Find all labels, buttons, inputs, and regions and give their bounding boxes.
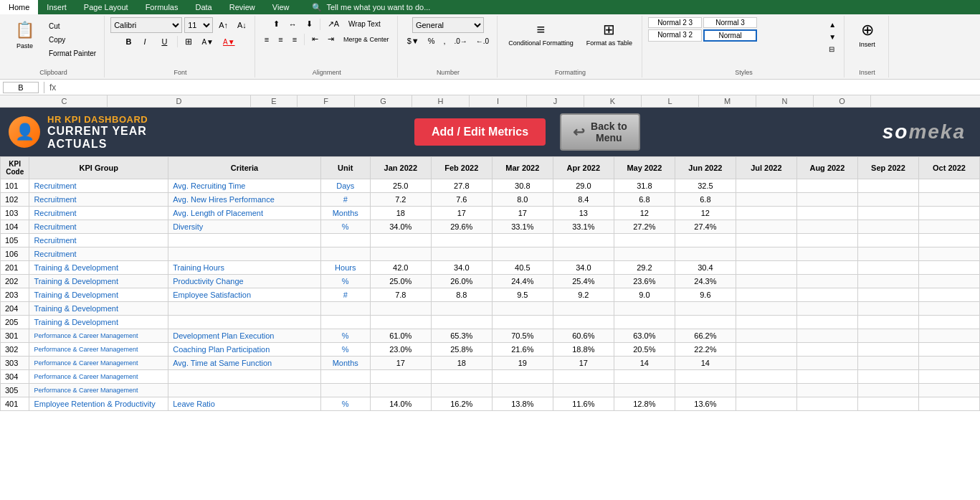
number-format-select[interactable]: General bbox=[412, 17, 484, 33]
formula-input[interactable] bbox=[59, 83, 977, 92]
cell-code[interactable]: 201 bbox=[1, 261, 29, 275]
align-left-button[interactable]: ≡ bbox=[261, 33, 272, 46]
cell-jul[interactable] bbox=[736, 329, 796, 343]
cell-oct[interactable] bbox=[918, 275, 979, 288]
border-button[interactable]: ⊞ bbox=[181, 34, 196, 49]
cell-oct[interactable] bbox=[918, 357, 979, 370]
cell-unit[interactable] bbox=[320, 316, 370, 329]
col-header-m[interactable]: M bbox=[699, 95, 756, 107]
cell-may[interactable]: 63.0% bbox=[614, 329, 675, 343]
copy-button[interactable]: Copy bbox=[45, 34, 100, 46]
cell-aug[interactable] bbox=[796, 357, 857, 370]
cell-apr[interactable] bbox=[553, 316, 614, 329]
cell-jun[interactable]: 6.8 bbox=[675, 193, 736, 207]
cell-sep[interactable] bbox=[857, 397, 918, 411]
cell-group[interactable]: Recruitment bbox=[29, 207, 168, 220]
col-header-o[interactable]: O bbox=[814, 95, 871, 107]
cell-jun[interactable] bbox=[675, 234, 736, 247]
cell-unit[interactable]: % bbox=[320, 397, 370, 411]
cell-aug[interactable] bbox=[796, 207, 857, 220]
cell-mar[interactable]: 13.8% bbox=[492, 397, 553, 411]
col-header-j[interactable]: J bbox=[527, 95, 584, 107]
decrease-indent-button[interactable]: ⇤ bbox=[308, 32, 322, 46]
cell-group[interactable]: Performance & Career Management bbox=[29, 357, 168, 370]
italic-button[interactable]: I bbox=[140, 35, 156, 48]
cell-aug[interactable] bbox=[796, 220, 857, 234]
cell-may[interactable] bbox=[614, 384, 675, 397]
increase-indent-button[interactable]: ⇥ bbox=[324, 32, 338, 46]
cell-jun[interactable] bbox=[675, 302, 736, 316]
col-header-l[interactable]: L bbox=[642, 95, 699, 107]
cell-apr[interactable]: 18.8% bbox=[553, 343, 614, 357]
table-row[interactable]: 202 Training & Development Productivity … bbox=[1, 275, 980, 288]
cell-mar[interactable]: 40.5 bbox=[492, 261, 553, 275]
cell-group[interactable]: Training & Development bbox=[29, 302, 168, 316]
cell-jul[interactable] bbox=[736, 193, 796, 207]
insert-button[interactable]: ⊕ Insert bbox=[853, 17, 882, 52]
cell-criteria[interactable]: Productivity Change bbox=[168, 275, 321, 288]
add-edit-metrics-button[interactable]: Add / Edit Metrics bbox=[414, 118, 546, 146]
cell-sep[interactable] bbox=[857, 275, 918, 288]
cell-jun[interactable]: 66.2% bbox=[675, 329, 736, 343]
cell-aug[interactable] bbox=[796, 288, 857, 302]
cell-criteria[interactable] bbox=[168, 302, 321, 316]
comma-button[interactable]: , bbox=[439, 34, 449, 47]
cell-jun[interactable] bbox=[675, 316, 736, 329]
align-middle-button[interactable]: ↔ bbox=[285, 18, 300, 31]
cell-oct[interactable] bbox=[918, 234, 979, 247]
cell-criteria[interactable] bbox=[168, 384, 321, 397]
cell-feb[interactable]: 17 bbox=[431, 207, 492, 220]
cell-criteria[interactable]: Avg. Length of Placement bbox=[168, 207, 321, 220]
cell-code[interactable]: 305 bbox=[1, 384, 29, 397]
align-top-button[interactable]: ⬆ bbox=[270, 17, 283, 31]
cell-jan[interactable]: 7.8 bbox=[370, 288, 431, 302]
cell-apr[interactable]: 29.0 bbox=[553, 179, 614, 193]
cell-sep[interactable] bbox=[857, 316, 918, 329]
cell-apr[interactable] bbox=[553, 384, 614, 397]
cell-apr[interactable]: 17 bbox=[553, 357, 614, 370]
cell-oct[interactable] bbox=[918, 370, 979, 384]
cell-criteria[interactable]: Leave Ratio bbox=[168, 397, 321, 411]
cell-code[interactable]: 103 bbox=[1, 207, 29, 220]
cell-code[interactable]: 102 bbox=[1, 193, 29, 207]
cell-sep[interactable] bbox=[857, 220, 918, 234]
align-right-button[interactable]: ≡ bbox=[289, 33, 300, 46]
cell-mar[interactable] bbox=[492, 384, 553, 397]
cell-jan[interactable] bbox=[370, 384, 431, 397]
cell-oct[interactable] bbox=[918, 288, 979, 302]
cell-jun[interactable] bbox=[675, 384, 736, 397]
format-as-table-button[interactable]: ⊞ Format as Table bbox=[581, 17, 637, 50]
back-to-menu-button[interactable]: ↩ Back toMenu bbox=[560, 113, 640, 151]
cell-mar[interactable]: 8.0 bbox=[492, 193, 553, 207]
cell-jun[interactable]: 30.4 bbox=[675, 261, 736, 275]
cell-jul[interactable] bbox=[736, 384, 796, 397]
percent-button[interactable]: % bbox=[424, 34, 439, 47]
cell-jul[interactable] bbox=[736, 261, 796, 275]
cell-sep[interactable] bbox=[857, 357, 918, 370]
cell-jun[interactable]: 32.5 bbox=[675, 179, 736, 193]
table-row[interactable]: 105 Recruitment bbox=[1, 234, 980, 247]
cell-apr[interactable] bbox=[553, 370, 614, 384]
cell-jul[interactable] bbox=[736, 220, 796, 234]
cell-group[interactable]: Employee Retention & Productivity bbox=[29, 397, 168, 411]
cell-sep[interactable] bbox=[857, 193, 918, 207]
cell-criteria[interactable]: Development Plan Execution bbox=[168, 329, 321, 343]
wrap-text-button[interactable]: Wrap Text bbox=[345, 18, 384, 30]
conditional-formatting-button[interactable]: ≡ Conditional Formatting bbox=[503, 18, 579, 50]
cell-sep[interactable] bbox=[857, 234, 918, 247]
cell-mar[interactable] bbox=[492, 234, 553, 247]
cell-feb[interactable]: 8.8 bbox=[431, 288, 492, 302]
cell-criteria[interactable]: Avg. New Hires Performance bbox=[168, 193, 321, 207]
cell-unit[interactable] bbox=[320, 302, 370, 316]
cell-oct[interactable] bbox=[918, 220, 979, 234]
style-normal-3-2[interactable]: Normal 3 2 bbox=[648, 29, 702, 42]
cell-group[interactable]: Performance & Career Management bbox=[29, 343, 168, 357]
col-header-g[interactable]: G bbox=[355, 95, 412, 107]
cell-code[interactable]: 205 bbox=[1, 316, 29, 329]
styles-scroll-down[interactable]: ▼ bbox=[825, 31, 839, 43]
table-row[interactable]: 102 Recruitment Avg. New Hires Performan… bbox=[1, 193, 980, 207]
cell-aug[interactable] bbox=[796, 370, 857, 384]
cell-feb[interactable] bbox=[431, 234, 492, 247]
cell-jun[interactable]: 24.3% bbox=[675, 275, 736, 288]
cell-unit[interactable] bbox=[320, 234, 370, 247]
